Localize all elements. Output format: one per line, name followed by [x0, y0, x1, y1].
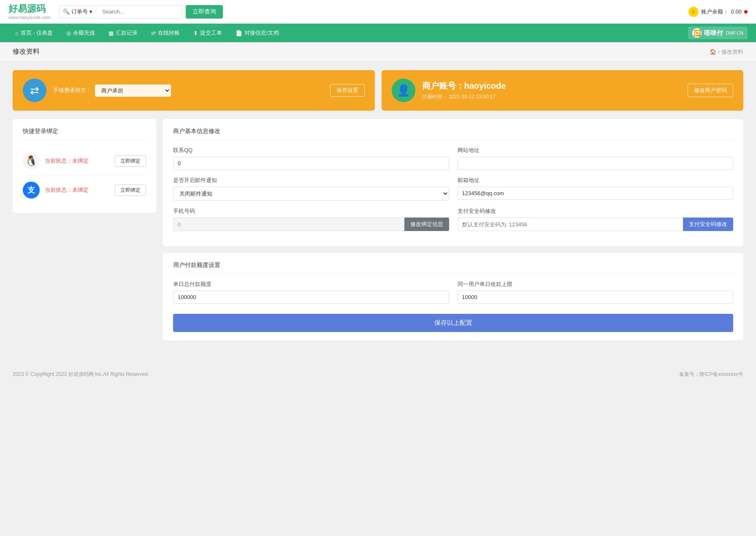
email-group: 邮箱地址	[458, 177, 734, 201]
fee-save-button[interactable]: 保存设置	[330, 84, 365, 97]
brand-name: 嗒咪付	[704, 29, 723, 37]
daily-limit-group: 单日总付款额度	[173, 280, 449, 304]
qq-bind-button[interactable]: 立即绑定	[115, 155, 146, 167]
limit-row: 单日总付款额度 同一用户单日收款上限	[173, 280, 733, 304]
nav-records-label: 汇款记录	[116, 29, 138, 37]
nav-brand: 🔁 嗒咪付 DMF.CN	[688, 27, 748, 39]
same-user-limit-group: 同一用户单日收款上限	[458, 280, 734, 304]
merchant-info-card: 商户基本信息修改 联系QQ 网站地址 是否开启邮件通知	[163, 119, 743, 246]
recharge-icon: ◎	[66, 30, 71, 36]
payment-limit-title: 用户付款额度设置	[173, 261, 733, 274]
shuffle-icon: ⇄	[30, 84, 39, 97]
two-col-layout: 快捷登录绑定 🐧 当前状态：未绑定 立即绑定 支 当前状态：未绑定 立即绑定	[13, 119, 743, 347]
notification-dot	[744, 10, 748, 14]
nav-home-label: 首页 - 仪表盘	[21, 29, 53, 37]
search-input[interactable]	[98, 5, 182, 19]
alipay-bind-status: 当前状态：未绑定	[45, 186, 115, 194]
logo-url: www.haoyicode.com	[8, 15, 51, 20]
banner-row: ⇄ 手续费承担方： 商户承担 用户承担 保存设置 👤 商户账号：ha	[13, 70, 743, 111]
user-icon: 👤	[397, 84, 410, 97]
merchant-edit-button[interactable]: 修改商户密码	[688, 84, 733, 97]
nav-transfer[interactable]: ⇄ 在线转账	[144, 24, 187, 42]
search-icon: 🔍	[63, 8, 70, 15]
nav-submit[interactable]: ⬆ 提交工单	[187, 24, 229, 42]
fee-label: 手续费承担方：	[53, 87, 92, 94]
nav-recharge[interactable]: ◎ 余额充值	[60, 24, 102, 42]
phone-label: 手机号码	[173, 207, 449, 215]
account-balance: 0.00	[731, 8, 742, 15]
quick-bind-card: 快捷登录绑定 🐧 当前状态：未绑定 立即绑定 支 当前状态：未绑定 立即绑定	[13, 119, 156, 213]
brand-icon: 🔁	[692, 28, 702, 38]
security-edit-button[interactable]: 支付安全码修改	[683, 218, 733, 231]
breadcrumb-sep: ›	[718, 49, 720, 55]
logo-name: 好易源码	[8, 3, 51, 14]
fee-select-wrap: 手续费承担方： 商户承担 用户承担	[53, 84, 323, 97]
daily-limit-label: 单日总付款额度	[173, 280, 449, 288]
alipay-bind-item: 支 当前状态：未绑定 立即绑定	[23, 176, 146, 204]
merchant-banner: 👤 商户账号：haoyicode 注册时间： 2021-03-12 13:00:…	[382, 70, 744, 111]
email-notify-label: 是否开启邮件通知	[173, 177, 449, 184]
records-icon: ▦	[108, 30, 114, 36]
merchant-banner-icon: 👤	[392, 79, 415, 102]
save-config-button[interactable]: 保存以上配置	[173, 314, 733, 332]
brand-logo: 🔁 嗒咪付 DMF.CN	[688, 27, 748, 39]
form-row-1: 联系QQ 网站地址	[173, 147, 733, 170]
website-label: 网站地址	[458, 147, 734, 154]
fee-banner-icon: ⇄	[23, 79, 46, 102]
quick-bind-title: 快捷登录绑定	[23, 128, 146, 140]
payment-limit-card: 用户付款额度设置 单日总付款额度 同一用户单日收款上限 保存以上配置	[163, 253, 743, 340]
logo: 好易源码 www.haoyicode.com	[8, 3, 51, 19]
nav-home[interactable]: ⌂ 首页 - 仪表盘	[8, 24, 60, 42]
nav-recharge-label: 余额充值	[73, 29, 95, 37]
phone-bind-button[interactable]: 修改绑定信息	[404, 218, 449, 231]
nav-docs[interactable]: 📄 对接信息/文档	[229, 24, 286, 42]
breadcrumb-current: 修改资料	[721, 48, 743, 56]
submit-icon: ⬆	[193, 30, 198, 36]
account-label: 账户余额：	[701, 8, 729, 16]
form-row-2: 是否开启邮件通知 关闭邮件通知 开启邮件通知 邮箱地址	[173, 177, 733, 201]
footer-icp: 备案号：陕ICP备xxxxxxxx号	[679, 371, 743, 378]
email-notify-select[interactable]: 关闭邮件通知 开启邮件通知	[173, 187, 449, 201]
email-input[interactable]	[458, 187, 734, 200]
email-notify-group: 是否开启邮件通知 关闭邮件通知 开启邮件通知	[173, 177, 449, 201]
nav-submit-label: 提交工单	[200, 29, 222, 37]
nav-docs-label: 对接信息/文档	[244, 29, 279, 37]
content: ⇄ 手续费承担方： 商户承担 用户承担 保存设置 👤 商户账号：ha	[0, 62, 756, 362]
docs-icon: 📄	[236, 30, 242, 36]
qq-bind-item: 🐧 当前状态：未绑定 立即绑定	[23, 147, 146, 176]
nav-transfer-label: 在线转账	[158, 29, 180, 37]
fee-select[interactable]: 商户承担 用户承担	[95, 84, 171, 97]
search-button[interactable]: 立即查询	[186, 5, 223, 19]
home-icon: ⌂	[15, 30, 19, 36]
website-group: 网站地址	[458, 147, 734, 170]
qq-icon: 🐧	[25, 155, 38, 167]
alipay-icon: 支	[27, 185, 35, 195]
alipay-bind-button[interactable]: 立即绑定	[115, 185, 146, 196]
qq-bind-status: 当前状态：未绑定	[45, 157, 115, 165]
daily-limit-input[interactable]	[173, 291, 449, 304]
merchant-info-title: 商户基本信息修改	[173, 128, 733, 140]
phone-input-wrap: 修改绑定信息	[173, 218, 449, 231]
chevron-down-icon: ▾	[89, 8, 92, 15]
account-area: ¥ 账户余额： 0.00	[688, 7, 748, 17]
fee-banner-content: 手续费承担方： 商户承担 用户承担	[53, 84, 323, 97]
search-type-selector[interactable]: 🔍 订单号 ▾	[59, 5, 96, 18]
nav-records[interactable]: ▦ 汇款记录	[102, 24, 144, 42]
page-title-bar: 修改资料 🏠 › 修改资料	[0, 42, 756, 62]
same-user-limit-input[interactable]	[458, 291, 734, 304]
website-input[interactable]	[458, 157, 734, 170]
security-input[interactable]	[458, 218, 683, 231]
qq-input[interactable]	[173, 157, 449, 170]
page-title: 修改资料	[13, 47, 40, 56]
alipay-platform-icon: 支	[23, 182, 40, 199]
header: 好易源码 www.haoyicode.com 🔍 订单号 ▾ 立即查询 ¥ 账户…	[0, 0, 756, 24]
brand-sub: DMF.CN	[726, 30, 743, 35]
footer: 2023 © CopyRight 2023 好易源码网 Inc.All Righ…	[0, 362, 756, 386]
email-label: 邮箱地址	[458, 177, 734, 184]
phone-input	[173, 218, 404, 231]
transfer-icon: ⇄	[151, 30, 156, 36]
left-column: 快捷登录绑定 🐧 当前状态：未绑定 立即绑定 支 当前状态：未绑定 立即绑定	[13, 119, 156, 347]
currency-icon: ¥	[688, 7, 699, 17]
qq-platform-icon: 🐧	[23, 152, 40, 169]
nav: ⌂ 首页 - 仪表盘 ◎ 余额充值 ▦ 汇款记录 ⇄ 在线转账 ⬆ 提交工单 📄…	[0, 24, 756, 42]
